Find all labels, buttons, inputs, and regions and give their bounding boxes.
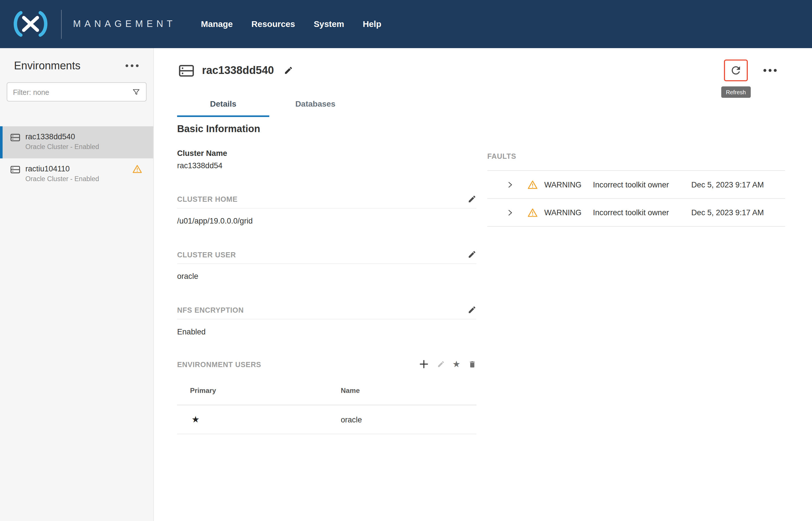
cluster-home-header: CLUSTER HOME — [177, 195, 477, 209]
nfs-encryption-value: Enabled — [177, 327, 477, 336]
environments-sidebar: Environments rac1338dd540 Oracle Cluster… — [0, 48, 154, 521]
environment-users-label: ENVIRONMENT USERS — [177, 360, 261, 368]
refresh-button[interactable]: Refresh — [724, 60, 748, 82]
delphix-logo-icon — [7, 9, 54, 39]
tab-details[interactable]: Details — [177, 94, 269, 117]
fault-date: Dec 5, 2023 9:17 AM — [691, 208, 764, 217]
ellipsis-icon — [125, 64, 139, 67]
cluster-user-value: oracle — [177, 272, 477, 280]
primary-star-icon: ★ — [177, 414, 341, 425]
add-user-plus-icon[interactable] — [418, 359, 429, 370]
environment-header: rac1338dd540 Refresh — [154, 48, 812, 82]
warning-triangle-icon — [528, 180, 537, 189]
nav-manage[interactable]: Manage — [201, 19, 233, 29]
cluster-user-header: CLUSTER USER — [177, 250, 477, 264]
nfs-encryption-header: NFS ENCRYPTION — [177, 305, 477, 319]
environment-more-menu-button[interactable] — [763, 69, 777, 72]
env-item-subtitle: Oracle Cluster - Enabled — [25, 175, 99, 183]
warning-triangle-icon — [528, 208, 537, 217]
warning-triangle-icon — [132, 164, 142, 173]
edit-title-pencil-icon[interactable] — [284, 66, 293, 75]
env-list-item-ractiu104110[interactable]: ractiu104110 Oracle Cluster - Enabled — [0, 158, 153, 190]
environment-users-toolbar: ★ — [418, 359, 477, 370]
tab-databases[interactable]: Databases — [269, 94, 361, 117]
refresh-icon — [730, 64, 742, 76]
fault-description: Incorrect toolkit owner — [593, 180, 669, 189]
main-nav: Manage Resources System Help — [201, 19, 381, 29]
env-item-text: ractiu104110 Oracle Cluster - Enabled — [25, 164, 99, 183]
column-header-primary: Primary — [177, 387, 341, 394]
set-primary-star-icon[interactable]: ★ — [453, 360, 460, 368]
environment-users-table: Primary Name ★ oracle — [177, 376, 477, 517]
fault-description: Incorrect toolkit owner — [593, 208, 669, 217]
nav-resources[interactable]: Resources — [251, 19, 295, 29]
header-actions: Refresh — [724, 60, 777, 82]
brand: MANAGEMENT — [0, 0, 176, 48]
faults-title: FAULTS — [487, 152, 785, 160]
delete-user-trash-icon[interactable] — [468, 359, 477, 369]
section-title: Basic Information — [177, 123, 477, 135]
table-row[interactable]: ★ oracle — [177, 405, 477, 434]
environment-icon — [10, 133, 20, 142]
details-content: Basic Information Cluster Name rac1338dd… — [154, 117, 812, 517]
faults-panel: FAULTS WARNING Incorrect toolkit owner D… — [487, 123, 785, 517]
cluster-name-field: Cluster Name rac1338dd54 — [177, 149, 477, 169]
nav-help[interactable]: Help — [363, 19, 381, 29]
table-header-row: Primary Name — [177, 376, 477, 405]
edit-user-pencil-icon[interactable] — [437, 360, 445, 368]
edit-cluster-user-pencil-icon[interactable] — [468, 250, 477, 259]
top-navbar: MANAGEMENT Manage Resources System Help — [0, 0, 812, 48]
table-empty-area — [177, 434, 477, 517]
sidebar-title: Environments — [14, 60, 81, 72]
main-panel: rac1338dd540 Refresh Details Databa — [154, 48, 812, 521]
brand-title: MANAGEMENT — [73, 19, 176, 29]
fault-severity: WARNING — [544, 180, 593, 189]
env-item-subtitle: Oracle Cluster - Enabled — [25, 143, 99, 151]
env-item-name: ractiu104110 — [25, 164, 99, 173]
environments-list: rac1338dd540 Oracle Cluster - Enabled ra… — [0, 127, 153, 190]
fault-row[interactable]: WARNING Incorrect toolkit owner Dec 5, 2… — [487, 171, 785, 199]
faults-list: WARNING Incorrect toolkit owner Dec 5, 2… — [487, 170, 785, 227]
cluster-name-label: Cluster Name — [177, 149, 477, 157]
app-root: MANAGEMENT Manage Resources System Help … — [0, 0, 812, 521]
fault-date: Dec 5, 2023 9:17 AM — [691, 180, 764, 189]
cluster-name-value: rac1338dd54 — [177, 161, 477, 170]
tab-bar: Details Databases — [177, 94, 812, 117]
environment-users-header: ENVIRONMENT USERS ★ — [177, 359, 477, 370]
ellipsis-icon — [763, 69, 777, 72]
edit-nfs-encryption-pencil-icon[interactable] — [468, 305, 477, 314]
basic-information-section: Basic Information Cluster Name rac1338dd… — [177, 123, 477, 517]
env-item-text: rac1338dd540 Oracle Cluster - Enabled — [25, 132, 99, 151]
cluster-home-label: CLUSTER HOME — [177, 195, 238, 203]
edit-cluster-home-pencil-icon[interactable] — [468, 195, 477, 203]
env-item-name: rac1338dd540 — [25, 132, 99, 141]
environment-title-group: rac1338dd540 — [179, 63, 293, 77]
fault-severity: WARNING — [544, 208, 593, 217]
environment-icon — [10, 165, 20, 174]
nav-system[interactable]: System — [314, 19, 344, 29]
fault-row[interactable]: WARNING Incorrect toolkit owner Dec 5, 2… — [487, 199, 785, 227]
brand-divider — [61, 9, 62, 39]
cluster-home-value: /u01/app/19.0.0.0/grid — [177, 217, 477, 225]
page-title: rac1338dd540 — [202, 64, 274, 76]
expand-chevron-icon[interactable] — [506, 181, 513, 188]
nfs-encryption-label: NFS ENCRYPTION — [177, 306, 244, 314]
refresh-tooltip: Refresh — [721, 87, 750, 98]
env-list-item-rac1338dd540[interactable]: rac1338dd540 Oracle Cluster - Enabled — [0, 127, 153, 158]
column-header-name: Name — [341, 387, 359, 394]
expand-chevron-icon[interactable] — [506, 209, 513, 216]
sidebar-header: Environments — [0, 48, 153, 78]
cluster-user-label: CLUSTER USER — [177, 250, 236, 258]
filter-input[interactable] — [13, 88, 128, 96]
filter-funnel-icon[interactable] — [132, 88, 140, 96]
filter-box[interactable] — [6, 82, 147, 101]
user-name-cell: oracle — [341, 415, 362, 424]
environment-icon — [179, 63, 194, 77]
environments-menu-button[interactable] — [125, 64, 139, 67]
